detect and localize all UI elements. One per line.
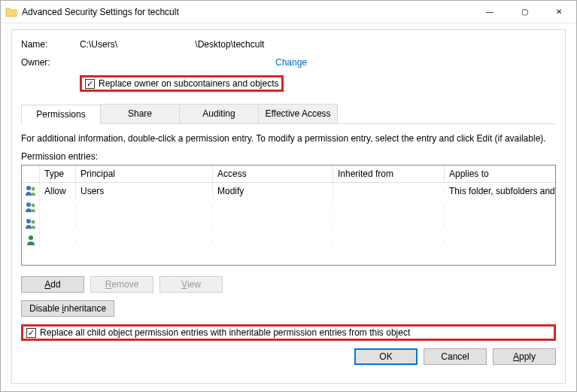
- cell-access: Modify: [213, 183, 333, 199]
- replace-owner-checkbox[interactable]: [85, 79, 95, 89]
- table-row[interactable]: [22, 232, 555, 249]
- replace-child-checkbox[interactable]: [26, 328, 36, 338]
- table-row[interactable]: [22, 216, 555, 232]
- table-row[interactable]: Allow Users Modify This folder, subfolde…: [22, 183, 555, 199]
- window-frame: Advanced Security Settings for techcult …: [0, 0, 577, 392]
- window-title: Advanced Security Settings for techcult: [22, 7, 472, 17]
- permission-table: Type Principal Access Inherited from App…: [21, 165, 556, 266]
- change-owner-link[interactable]: Change: [275, 57, 307, 68]
- cell-applies: This folder, subfolders and files: [445, 183, 555, 199]
- window-controls: ― ▢ ✕: [472, 1, 576, 23]
- col-applies[interactable]: Applies to: [445, 166, 555, 182]
- tab-permissions[interactable]: Permissions: [21, 105, 101, 124]
- cell-type: Allow: [40, 183, 76, 199]
- disable-inheritance-button[interactable]: Disable inheritance: [21, 300, 114, 317]
- cell-inherited: [333, 188, 445, 194]
- owner-label: Owner:: [21, 57, 80, 68]
- close-button[interactable]: ✕: [542, 1, 576, 23]
- tab-strip: Permissions Share Auditing Effective Acc…: [21, 104, 556, 124]
- svg-point-4: [26, 219, 31, 223]
- minimize-button[interactable]: ―: [472, 1, 507, 23]
- svg-point-6: [29, 236, 33, 240]
- action-button-row: Add Remove View: [21, 276, 556, 293]
- table-row[interactable]: [22, 199, 555, 216]
- add-button[interactable]: Add: [21, 276, 84, 293]
- svg-point-0: [26, 186, 31, 190]
- tab-effective-access[interactable]: Effective Access: [258, 104, 338, 123]
- permission-table-body: Allow Users Modify This folder, subfolde…: [22, 183, 555, 249]
- maximize-button[interactable]: ▢: [507, 1, 542, 23]
- apply-button[interactable]: Apply: [493, 348, 556, 365]
- tab-share[interactable]: Share: [100, 104, 180, 123]
- users-icon: [25, 184, 37, 196]
- col-principal[interactable]: Principal: [76, 166, 213, 182]
- svg-point-3: [32, 203, 35, 207]
- footer-buttons: OK Cancel Apply: [21, 348, 556, 365]
- ok-button[interactable]: OK: [354, 348, 418, 365]
- replace-child-label: Replace all child object permission entr…: [40, 327, 410, 338]
- users-icon: [25, 217, 37, 229]
- svg-point-1: [32, 187, 35, 190]
- cancel-button[interactable]: Cancel: [424, 348, 487, 365]
- permission-table-header: Type Principal Access Inherited from App…: [22, 166, 555, 183]
- name-value: C:\Users\ \Desktop\techcult: [80, 39, 264, 50]
- remove-button: Remove: [90, 276, 153, 293]
- svg-point-5: [32, 220, 35, 223]
- user-icon: [25, 234, 37, 246]
- disable-inheritance-row: Disable inheritance: [21, 300, 556, 317]
- titlebar: Advanced Security Settings for techcult …: [1, 1, 576, 23]
- name-label: Name:: [21, 39, 80, 50]
- info-text: For additional information, double-click…: [21, 133, 556, 144]
- view-button: View: [159, 276, 223, 293]
- replace-owner-label: Replace owner on subcontainers and objec…: [99, 78, 278, 89]
- users-icon: [25, 201, 37, 213]
- name-row: Name: C:\Users\ \Desktop\techcult: [21, 39, 556, 50]
- highlight-replace-owner: Replace owner on subcontainers and objec…: [80, 75, 284, 92]
- col-inherited[interactable]: Inherited from: [333, 166, 445, 182]
- inner-frame: Name: C:\Users\ \Desktop\techcult Owner:…: [11, 29, 566, 384]
- cell-principal: Users: [76, 183, 213, 199]
- col-access[interactable]: Access: [213, 166, 333, 182]
- col-type[interactable]: Type: [40, 166, 76, 182]
- tab-auditing[interactable]: Auditing: [179, 104, 259, 123]
- highlight-replace-child: Replace all child object permission entr…: [21, 324, 556, 341]
- folder-icon: [5, 6, 17, 18]
- owner-row: Owner: Change: [21, 57, 556, 68]
- permission-entries-label: Permission entries:: [21, 151, 556, 162]
- replace-owner-row: Replace owner on subcontainers and objec…: [80, 75, 556, 92]
- svg-point-2: [26, 202, 31, 207]
- content-area: Name: C:\Users\ \Desktop\techcult Owner:…: [1, 23, 576, 391]
